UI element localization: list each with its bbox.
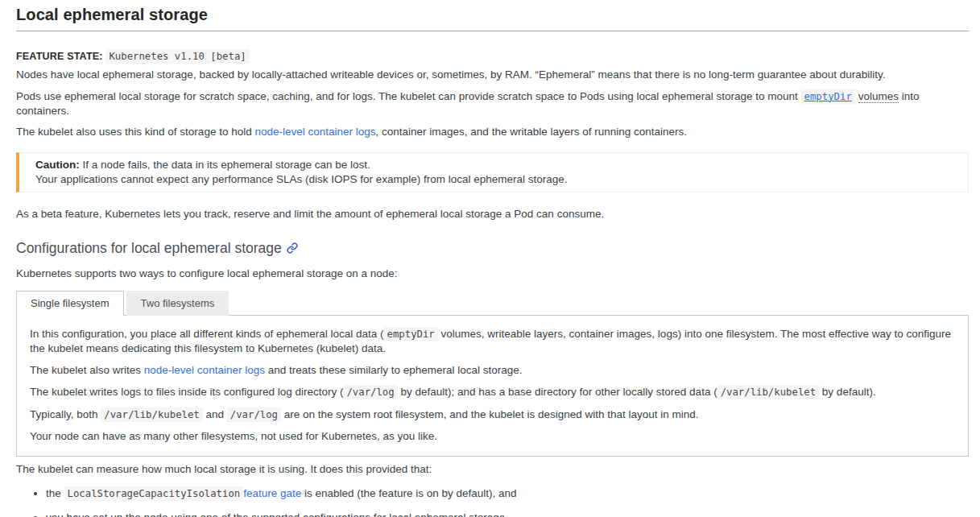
paragraph-text: by default); and has a base directory fo… bbox=[398, 386, 717, 398]
tab-paragraph-4: Typically, both /var/lib/kubelet and /va… bbox=[30, 407, 955, 422]
feature-state: FEATURE STATE: Kubernetes v1.10 [beta] bbox=[16, 49, 969, 64]
caution-line-1: If a node fails, the data in its ephemer… bbox=[80, 159, 370, 171]
feature-state-label: FEATURE STATE: bbox=[16, 51, 103, 62]
caution-line-2: Your applications cannot expect any perf… bbox=[35, 173, 568, 185]
paragraph-text: the bbox=[46, 487, 64, 499]
caution-callout: Caution: If a node fails, the data in it… bbox=[16, 152, 969, 192]
paragraph-text: The kubelet also uses this kind of stora… bbox=[16, 126, 254, 138]
paragraph-text: by default). bbox=[819, 386, 876, 398]
tab-paragraph-5: Your node can have as many other filesys… bbox=[30, 429, 955, 444]
var-log-code: /var/log bbox=[227, 407, 281, 422]
section-heading: Configurations for local ephemeral stora… bbox=[16, 239, 969, 258]
intro-paragraph-3: The kubelet also uses this kind of stora… bbox=[16, 125, 969, 139]
var-lib-kubelet-code: /var/lib/kubelet bbox=[101, 407, 202, 422]
doc-page: Local ephemeral storage FEATURE STATE: K… bbox=[0, 0, 980, 517]
localstoragecapacityisolation-code: LocalStorageCapacityIsolation bbox=[64, 486, 244, 501]
var-lib-kubelet-code: /var/lib/kubelet bbox=[717, 385, 819, 399]
paragraph-text: In this configuration, you place all dif… bbox=[30, 328, 384, 340]
paragraph-text: is enabled (the feature is on by default… bbox=[301, 487, 516, 499]
title-divider bbox=[16, 31, 969, 31]
paragraph-text: The kubelet also writes bbox=[30, 364, 144, 376]
paragraph-text: Nodes have local ephemeral storage, back… bbox=[16, 68, 886, 81]
emptydir-code: emptyDir bbox=[384, 327, 438, 341]
feature-state-value: Kubernetes v1.10 [beta] bbox=[105, 49, 249, 64]
paragraph-text: you have set up the node using one of th… bbox=[46, 511, 508, 517]
intro-paragraph-1: Nodes have local ephemeral storage, back… bbox=[16, 68, 969, 82]
paragraph-text: Pods use ephemeral local storage for scr… bbox=[16, 90, 801, 102]
section-intro-paragraph: Kubernetes supports two ways to configur… bbox=[16, 267, 969, 281]
page-title: Local ephemeral storage bbox=[16, 4, 969, 25]
anchor-link-icon[interactable] bbox=[287, 240, 298, 258]
paragraph-text: are on the system root filesystem, and t… bbox=[281, 408, 699, 420]
caution-text: Caution: If a node fails, the data in it… bbox=[35, 158, 952, 187]
section-heading-text: Configurations for local ephemeral stora… bbox=[16, 240, 282, 256]
tab-single-filesystem[interactable]: Single filesystem bbox=[16, 291, 124, 316]
volumes-glossary-term[interactable]: volumes bbox=[858, 90, 899, 103]
list-item: you have set up the node using one of th… bbox=[46, 511, 969, 517]
tab-two-filesystems[interactable]: Two filesystems bbox=[126, 291, 229, 316]
paragraph-text: Your node can have as many other filesys… bbox=[30, 430, 437, 442]
node-level-container-logs-link[interactable]: node-level container logs bbox=[144, 364, 265, 376]
requirements-list: the LocalStorageCapacityIsolationfeature… bbox=[16, 486, 969, 517]
caution-label: Caution: bbox=[35, 159, 80, 171]
list-item: the LocalStorageCapacityIsolationfeature… bbox=[46, 486, 969, 501]
paragraph-text: , container images, and the writable lay… bbox=[376, 126, 687, 138]
tab-paragraph-3: The kubelet writes logs to files inside … bbox=[30, 385, 955, 399]
feature-gate-link[interactable]: feature gate bbox=[243, 487, 301, 499]
tab-panel-single-filesystem: In this configuration, you place all dif… bbox=[16, 315, 969, 457]
intro-paragraph-2: Pods use ephemeral local storage for scr… bbox=[16, 89, 969, 118]
tabset: Single filesystem Two filesystems bbox=[16, 291, 969, 315]
tab-paragraph-2: The kubelet also writes node-level conta… bbox=[30, 363, 955, 378]
node-level-container-logs-link[interactable]: node-level container logs bbox=[254, 126, 375, 138]
measure-intro-paragraph: The kubelet can measure how much local s… bbox=[16, 462, 969, 477]
paragraph-text: The kubelet can measure how much local s… bbox=[16, 463, 432, 475]
paragraph-text: The kubelet writes logs to files inside … bbox=[30, 386, 343, 398]
tab-paragraph-1: In this configuration, you place all dif… bbox=[30, 327, 955, 356]
var-log-code: /var/log bbox=[343, 385, 397, 399]
emptydir-link[interactable]: emptyDir bbox=[801, 89, 855, 104]
paragraph-text: As a beta feature, Kubernetes lets you t… bbox=[16, 208, 604, 220]
beta-note-paragraph: As a beta feature, Kubernetes lets you t… bbox=[16, 207, 969, 221]
paragraph-text: Kubernetes supports two ways to configur… bbox=[16, 267, 398, 279]
paragraph-text: Typically, both bbox=[30, 408, 101, 420]
paragraph-text: and treats these similarly to ephemeral … bbox=[265, 364, 523, 376]
paragraph-text: and bbox=[203, 408, 227, 420]
